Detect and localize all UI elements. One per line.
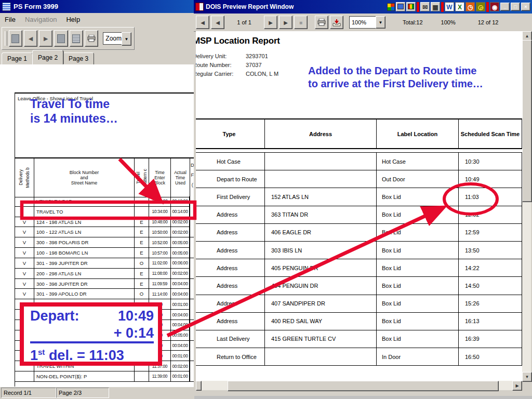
cell: Address xyxy=(196,224,265,241)
tab-page-3[interactable]: Page 3 xyxy=(63,52,94,64)
scroll-down-button[interactable]: ▼ xyxy=(522,372,532,382)
first-del-line: 1st del. = 11:03 xyxy=(30,343,154,364)
restore-icon: □ xyxy=(514,4,516,10)
export-button[interactable] xyxy=(330,16,343,29)
cell: E xyxy=(135,248,149,258)
first-record-button[interactable]: ◀ xyxy=(196,16,209,29)
cell: 00:02:00 xyxy=(171,217,190,228)
shortcut-divider xyxy=(441,2,444,12)
next-record-button[interactable]: ▶ xyxy=(264,16,277,29)
print-button[interactable] xyxy=(85,30,98,47)
cell: 00:14:00 xyxy=(171,207,190,217)
col-travel-pattern-label: Travel Pattern c xyxy=(135,169,149,187)
msp-table-row: Address363 TITAN DRBox Lid12:02 xyxy=(196,206,522,224)
print-button[interactable] xyxy=(315,16,328,29)
schedule-shortcut-button[interactable]: ◷ xyxy=(466,2,475,11)
cell: O xyxy=(135,289,149,299)
cell: V xyxy=(15,269,34,279)
cell: E xyxy=(135,279,149,289)
printer-icon xyxy=(317,19,326,26)
cell: 10:49 xyxy=(459,170,522,188)
cell: 11:14:00 xyxy=(149,289,171,299)
col-label-location: Label Location xyxy=(377,119,459,148)
palette-shortcut-button[interactable] xyxy=(406,2,416,11)
cell: 10:52:00 xyxy=(149,237,171,248)
word-shortcut-button[interactable]: W xyxy=(445,2,454,11)
horizontal-scrollbar[interactable]: ▶ xyxy=(196,381,522,390)
cell xyxy=(265,170,377,188)
shortcut-divider xyxy=(417,2,419,12)
excel-shortcut-button[interactable]: X xyxy=(455,2,464,11)
status-record: Record 1/1 xyxy=(1,388,56,398)
cell: 16:50 xyxy=(459,348,522,365)
acrobat-icon: ◉ xyxy=(492,4,497,11)
multi-page-button[interactable] xyxy=(70,30,83,47)
horizontal-scroll-thumb[interactable] xyxy=(228,381,499,391)
vertical-scroll-thumb[interactable] xyxy=(522,40,532,202)
zoom-dropdown[interactable]: Zoom ▼ xyxy=(103,32,131,45)
cell: Hot Case xyxy=(196,153,265,170)
report-title: MSP Location Report xyxy=(196,36,280,46)
scroll-right-button[interactable]: ▶ xyxy=(512,381,522,391)
palette-icon xyxy=(408,4,414,9)
menu-file[interactable]: File xyxy=(0,15,20,24)
vertical-scrollbar[interactable]: ▲ ▼ xyxy=(522,31,531,381)
dois-title-bar: DOIS Preview Report Window ✉ ▦ W X ◷ ◶ ◉… xyxy=(194,0,532,14)
tab-page-1[interactable]: Page 1 xyxy=(2,52,33,64)
zoom-select[interactable]: 100% ▼ xyxy=(349,16,385,29)
cell: 11:02:00 xyxy=(149,258,171,269)
cell: 10:48:00 xyxy=(149,217,171,228)
cell: 15:26 xyxy=(459,295,522,312)
cell: 400 RED SAIL WAY xyxy=(265,313,377,330)
right-arrow-icon: ▶ xyxy=(284,20,288,25)
minimize-button[interactable]: _ xyxy=(500,3,510,11)
mail-icon: ✉ xyxy=(422,4,428,11)
calendar-shortcut-button[interactable]: ▦ xyxy=(431,2,440,11)
cell: 152 ATLAS LN xyxy=(265,188,377,205)
plus-line: + 0:14 xyxy=(30,325,154,343)
cell: 405 PENGUIN DR xyxy=(265,259,377,276)
zoom-select-button[interactable]: ▼ xyxy=(376,16,385,29)
cell: Box Lid xyxy=(377,330,459,348)
first-del-sup: st xyxy=(38,348,45,356)
clock-icon: ◶ xyxy=(478,4,483,11)
first-del-prefix: 1 xyxy=(30,348,38,363)
cell: E xyxy=(135,227,149,237)
cell: 11:39:00 xyxy=(149,371,171,382)
left-arrow-icon: ◀ xyxy=(201,20,205,25)
scroll-left-button[interactable] xyxy=(196,381,202,391)
last-record-button[interactable]: ▶ xyxy=(279,16,292,29)
cell: 00:01:00 xyxy=(171,351,190,361)
ps3999-table-header: Delivery Methods b Block Number and Stre… xyxy=(15,157,196,197)
first-page-button[interactable] xyxy=(9,30,22,47)
window-shortcut-button[interactable] xyxy=(396,2,405,11)
zoom-select-value: 100% xyxy=(349,16,376,29)
cell: First Delivery xyxy=(196,188,265,205)
zoom-dropdown-button[interactable]: ▼ xyxy=(122,32,131,46)
close-button[interactable]: × xyxy=(521,3,530,11)
next-page-button[interactable]: ▶ xyxy=(39,30,52,47)
cell: 16:13 xyxy=(459,313,522,330)
cell: 363 TITAN DR xyxy=(265,206,377,223)
page-indicator: 1 of 1 xyxy=(226,19,262,25)
cell: NON-DEL POINT($): P xyxy=(34,371,135,382)
acrobat-shortcut-button[interactable]: ◉ xyxy=(490,2,499,11)
clock-shortcut-button[interactable]: ◶ xyxy=(476,2,485,11)
cell: Box Lid xyxy=(377,259,459,276)
mail-shortcut-button[interactable]: ✉ xyxy=(420,2,430,11)
cell: 124 - 198 ATLAS LN xyxy=(34,217,135,228)
ps3999-table-row: V200 - 298 ATLAS LNE11:08:0000:02:00 xyxy=(15,269,196,279)
right-arrow-icon: ▶ xyxy=(269,20,273,25)
last-page-button[interactable] xyxy=(54,30,68,47)
ps3999-table-row: TRAVEL TO10:34:0000:14:00 xyxy=(15,207,196,217)
cell xyxy=(265,348,377,365)
percent-label: 100% xyxy=(441,19,456,25)
cell: Address xyxy=(196,313,265,330)
menu-help[interactable]: Help xyxy=(61,15,85,24)
previous-page-button[interactable]: ◀ xyxy=(24,30,37,47)
stop-button[interactable]: ■ xyxy=(294,16,308,29)
tab-page-2[interactable]: Page 2 xyxy=(32,50,63,64)
toolbar-grip[interactable] xyxy=(5,31,7,46)
restore-button[interactable]: □ xyxy=(511,3,520,11)
previous-record-button[interactable]: ◀ xyxy=(211,16,224,29)
